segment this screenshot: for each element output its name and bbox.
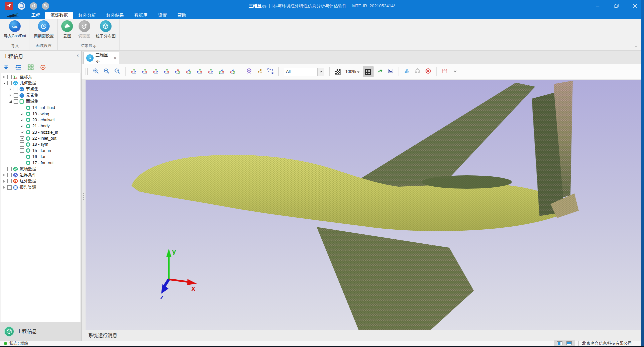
minimize-button[interactable] bbox=[593, 2, 602, 10]
view-iso-1-button[interactable]: yzx bbox=[195, 67, 204, 76]
tab-close-icon[interactable]: ✕ bbox=[112, 56, 117, 61]
close-button[interactable] bbox=[631, 2, 639, 10]
tree-item-face-17-far_out[interactable]: 17 - far_out bbox=[1, 160, 81, 166]
ribbon-collapse-button[interactable] bbox=[633, 44, 639, 48]
menu-tab-flow-field-data[interactable]: 流场数据 bbox=[45, 12, 73, 19]
tree-item-face-20-chuiwei[interactable]: 20 - chuiwei bbox=[1, 117, 81, 123]
visibility-checkbox[interactable] bbox=[7, 81, 12, 85]
expander-icon[interactable] bbox=[9, 93, 13, 98]
panel-collapse-button[interactable]: ‹ bbox=[77, 53, 79, 58]
tree-item-face-21-body[interactable]: 21 - body bbox=[1, 123, 81, 129]
tree-item-flow-field-data[interactable]: 流场数据 bbox=[1, 166, 81, 172]
tree-item-face-set[interactable]: 面域集 bbox=[1, 99, 81, 105]
tree-item-face-19-wing[interactable]: 19 - wing bbox=[1, 111, 81, 117]
panel-footer[interactable]: 工程信息 bbox=[0, 322, 81, 341]
share-arrow-button[interactable] bbox=[376, 67, 384, 76]
combo-dropdown-button[interactable] bbox=[317, 68, 324, 76]
visibility-checkbox[interactable] bbox=[7, 75, 12, 79]
particles-button[interactable] bbox=[255, 67, 264, 76]
tree-item-node-set[interactable]: 节点集 bbox=[1, 86, 81, 92]
layout-bottom-panel-icon[interactable] bbox=[566, 341, 572, 345]
redo-button[interactable]: ↻ bbox=[42, 2, 49, 10]
visibility-checkbox[interactable] bbox=[7, 179, 12, 183]
viewport-3d[interactable]: y x z bbox=[86, 80, 644, 330]
tree-item-face-16-far[interactable]: 16 - far bbox=[1, 154, 81, 160]
visibility-checkbox[interactable] bbox=[20, 130, 24, 134]
display-filter-select[interactable]: All bbox=[284, 68, 324, 76]
view-top-button[interactable]: xzy bbox=[173, 67, 182, 76]
menu-tab-project[interactable]: 工程 bbox=[26, 12, 45, 19]
splitter-handle[interactable] bbox=[83, 193, 84, 201]
tree-item-report-resources[interactable]: 报告资源 bbox=[1, 184, 81, 190]
visibility-checkbox[interactable] bbox=[14, 99, 18, 104]
zoom-fit-button[interactable] bbox=[113, 67, 122, 76]
mirror-button[interactable] bbox=[403, 67, 411, 76]
menu-tab-database[interactable]: 数据库 bbox=[129, 12, 153, 19]
tab-3d-view[interactable]: 三维显示 ✕ bbox=[83, 52, 120, 64]
visibility-checkbox[interactable] bbox=[14, 87, 18, 91]
nodes-circle-button[interactable] bbox=[413, 67, 422, 76]
visibility-checkbox[interactable] bbox=[14, 93, 18, 98]
expander-icon[interactable] bbox=[2, 179, 7, 183]
caret-down-button[interactable] bbox=[451, 67, 460, 76]
menu-tab-ir-analysis[interactable]: 红外分析 bbox=[73, 12, 101, 19]
particle-distribution-map-button[interactable]: 粒子分布图 bbox=[93, 20, 118, 39]
expander-icon[interactable] bbox=[2, 81, 7, 85]
expander-icon[interactable] bbox=[2, 185, 7, 190]
undo-button[interactable]: ↺ bbox=[30, 2, 37, 10]
camera-button[interactable] bbox=[245, 67, 253, 76]
menu-tab-help[interactable]: 帮助 bbox=[172, 12, 191, 19]
visibility-checkbox[interactable] bbox=[20, 118, 24, 122]
checkerboard-button[interactable] bbox=[333, 67, 342, 76]
view-right-button[interactable]: yzx bbox=[162, 67, 171, 76]
visibility-checkbox[interactable] bbox=[20, 155, 24, 159]
tree-item-face-23-nozzle_in[interactable]: 23 - nozzle_in bbox=[1, 129, 81, 135]
menu-tab-settings[interactable]: 设置 bbox=[153, 12, 172, 19]
tree-item-face-14-int_fluid[interactable]: 14 - int_fluid bbox=[1, 105, 81, 111]
view-back-button[interactable]: yzx bbox=[140, 67, 149, 76]
tree-item-infrared-data[interactable]: 红外数据 bbox=[1, 178, 81, 184]
visibility-checkbox[interactable] bbox=[20, 136, 24, 141]
tree-item-element-set[interactable]: 元素集 bbox=[1, 92, 81, 98]
save-file-button[interactable] bbox=[18, 2, 25, 10]
collapse-list-icon[interactable] bbox=[15, 64, 22, 71]
tree-item-face-15-far_in[interactable]: 15 - far_in bbox=[1, 148, 81, 154]
visibility-checkbox[interactable] bbox=[7, 167, 12, 171]
visibility-checkbox[interactable] bbox=[20, 112, 24, 116]
package-button[interactable] bbox=[440, 67, 449, 76]
target-icon[interactable] bbox=[40, 64, 46, 71]
tree-item-face-22-inlet_out[interactable]: 22 - inlet_out bbox=[1, 135, 81, 141]
visibility-checkbox[interactable] bbox=[7, 185, 12, 190]
cancel-button[interactable] bbox=[424, 67, 433, 76]
visibility-checkbox[interactable] bbox=[20, 148, 24, 153]
expander-icon[interactable] bbox=[2, 173, 7, 177]
view-iso-2-button[interactable]: yxz bbox=[206, 67, 215, 76]
filter-icon[interactable] bbox=[3, 64, 9, 71]
view-front-button[interactable]: yxz bbox=[129, 67, 138, 76]
tree-item-coordinate-system[interactable]: Yzx坐标系 bbox=[1, 74, 81, 80]
zoom-level-select[interactable]: 100% bbox=[344, 69, 361, 74]
expander-icon[interactable] bbox=[9, 99, 13, 104]
tree-item-boundary-conditions[interactable]: 边界条件 bbox=[1, 172, 81, 178]
expander-icon[interactable] bbox=[2, 75, 7, 79]
toolbar-drag-handle[interactable] bbox=[86, 68, 88, 75]
cloud-map-button[interactable]: 云图 bbox=[59, 20, 75, 39]
menu-tab-ir-results[interactable]: 红外结果 bbox=[101, 12, 129, 19]
aircraft-mesh-model[interactable]: y x z bbox=[86, 80, 644, 330]
zoom-out-button[interactable] bbox=[102, 67, 111, 76]
box-select-button[interactable] bbox=[266, 67, 275, 76]
visibility-checkbox[interactable] bbox=[20, 124, 24, 128]
periodic-face-settings-button[interactable]: 周期面设置 bbox=[31, 20, 56, 39]
tree-item-geometry-data[interactable]: 几何数据 bbox=[1, 80, 81, 86]
visibility-checkbox[interactable] bbox=[20, 142, 24, 147]
grid-view-icon[interactable] bbox=[27, 64, 34, 71]
visibility-checkbox[interactable] bbox=[20, 106, 24, 110]
expander-icon[interactable] bbox=[9, 87, 13, 91]
maximize-button[interactable] bbox=[612, 2, 621, 10]
import-cas-dat-button[interactable]: cas导入Cas/Dat bbox=[1, 20, 28, 39]
tree-item-face-18-sym[interactable]: 18 - sym bbox=[1, 141, 81, 147]
view-iso-3-button[interactable]: zyx bbox=[217, 67, 226, 76]
snapshot-button[interactable] bbox=[386, 67, 395, 76]
visibility-checkbox[interactable] bbox=[20, 161, 24, 165]
layout-left-panel-icon[interactable] bbox=[557, 341, 562, 345]
